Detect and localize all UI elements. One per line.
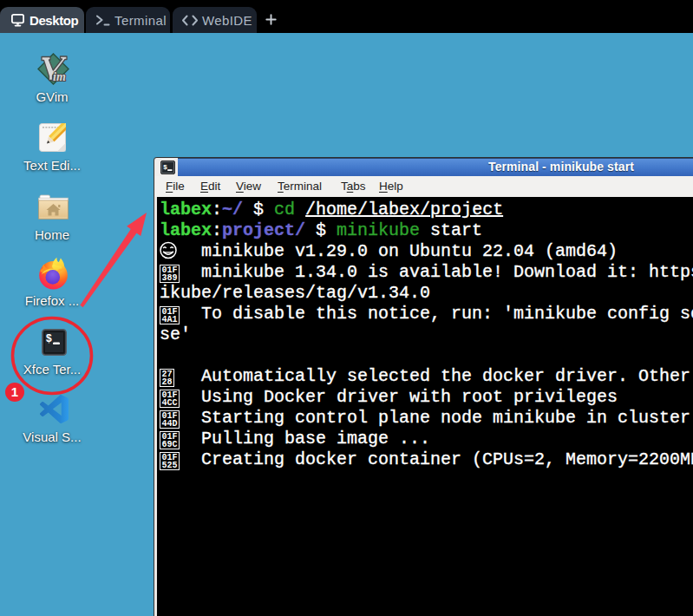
svg-text:im: im — [53, 70, 66, 83]
svg-text:$: $ — [46, 332, 52, 344]
svg-text:$: $ — [163, 163, 167, 171]
